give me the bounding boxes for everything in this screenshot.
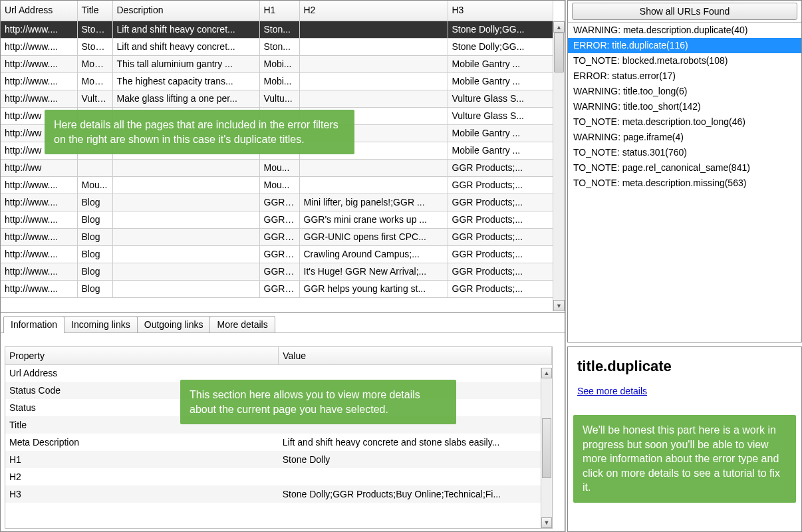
table-cell [112,176,259,194]
table-row[interactable]: H2 [5,468,552,485]
filter-item[interactable]: TO_NOTE: meta.description.too_long(46) [568,114,801,130]
property-value: Stone Dolly;GGR Products;Buy Online;Tech… [279,485,552,503]
table-row[interactable]: H3Stone Dolly;GGR Products;Buy Online;Te… [5,485,552,503]
table-cell: Ston... [77,38,112,55]
error-detail-panel: title.duplicate See more details We'll b… [567,346,802,532]
table-cell [299,72,448,90]
properties-scrollbar[interactable]: ▲ ▼ [541,368,552,528]
table-cell: Mobile Gantry ... [448,55,553,72]
filter-item[interactable]: ERROR: title.duplicate(116) [568,38,801,53]
table-cell: Vultu... [259,90,299,107]
table-cell [112,245,259,263]
table-cell: This tall aluminium gantry ... [112,55,259,72]
table-cell: http://www.... [1,245,77,263]
table-cell: GGR Products;... [448,194,553,211]
filter-item[interactable]: TO_NOTE: blocked.meta.robots(108) [568,53,801,68]
column-header[interactable]: Value [279,347,552,364]
table-cell [77,159,112,176]
property-name: H1 [5,451,279,468]
table-cell: GGR Products;... [448,176,553,194]
column-header[interactable]: Title [77,1,112,21]
filter-item[interactable]: WARNING: title.too_short(142) [568,99,801,114]
table-row[interactable]: http://www....Mobi...The highest capacit… [1,72,553,90]
table-row[interactable]: http://www....BlogGGR ...Crawling Around… [1,245,553,263]
table-row[interactable]: http://www....BlogGGR ...Mini lifter, bi… [1,194,553,211]
filter-item[interactable]: TO_NOTE: meta.description.missing(563) [568,176,801,191]
filter-item[interactable]: WARNING: title.too_long(6) [568,84,801,99]
table-row[interactable]: http://www....Mou...Mou...GGR Products;.… [1,176,553,194]
table-row[interactable]: http://www....BlogGGR ...GGR helps young… [1,280,553,297]
url-table-container: Url AddressTitleDescriptionH1H2H3 http:/… [0,0,565,313]
scroll-up-arrow-icon[interactable]: ▲ [541,368,552,378]
table-cell: Mobile Gantry ... [448,124,553,142]
column-header[interactable]: H2 [299,1,448,21]
table-cell: Lift and shift heavy concret... [112,38,259,55]
table-row[interactable]: Meta DescriptionLift and shift heavy con… [5,434,552,451]
see-more-details-link[interactable]: See more details [577,386,647,396]
table-cell: Mobi... [77,72,112,90]
column-header[interactable]: Url Address [1,1,77,21]
tab-more-details[interactable]: More details [209,316,275,333]
scroll-up-arrow-icon[interactable]: ▲ [553,21,565,33]
table-cell: The highest capacity trans... [112,72,259,90]
table-cell: Mou... [77,176,112,194]
table-cell: http://www.... [1,228,77,245]
table-cell [112,280,259,297]
scroll-down-arrow-icon[interactable]: ▼ [541,517,552,528]
table-row[interactable]: H1Stone Dolly [5,451,552,468]
url-table-scrollbar[interactable]: ▲ ▼ [553,21,565,311]
table-row[interactable]: http://www....BlogGGR ...GGR-UNIC opens … [1,228,553,245]
table-cell [112,194,259,211]
filter-item[interactable]: TO_NOTE: page.rel_canonical_same(841) [568,160,801,176]
tab-outgoing-links[interactable]: Outgoing links [137,316,211,333]
table-row[interactable]: http://www....Mobi...This tall aluminium… [1,55,553,72]
table-row[interactable]: http://www....BlogGGR ...It's Huge! GGR … [1,263,553,280]
table-cell: Mou... [259,159,299,176]
app: Url AddressTitleDescriptionH1H2H3 http:/… [0,0,802,532]
scroll-thumb[interactable] [554,33,564,72]
tab-information[interactable]: Information [3,316,65,333]
table-cell: GGR Products;... [448,211,553,228]
table-cell [299,159,448,176]
error-detail-title: title.duplicate [577,358,792,375]
table-cell: Blog [77,280,112,297]
column-header[interactable]: Property [5,347,279,364]
table-row[interactable]: http://www....Ston...Lift and shift heav… [1,38,553,55]
table-row[interactable]: http://www....Vultu...Make glass lifting… [1,90,553,107]
table-cell: GGR ... [259,245,299,263]
column-header[interactable]: Description [112,1,259,21]
details-panel: InformationIncoming linksOutgoing linksM… [0,313,565,532]
filter-item[interactable]: WARNING: page.iframe(4) [568,130,801,145]
table-cell: Blog [77,211,112,228]
table-cell: GGR ... [259,228,299,245]
table-cell: Vulture Glass S... [448,107,553,124]
table-cell: GGR-UNIC opens first CPC... [299,228,448,245]
table-row[interactable]: http://www....Ston...Lift and shift heav… [1,21,553,38]
table-cell [299,55,448,72]
table-cell: GGR ... [259,280,299,297]
scroll-thumb[interactable] [542,418,551,478]
table-cell: GGR helps young karting st... [299,280,448,297]
property-name: H2 [5,468,279,485]
table-cell: Lift and shift heavy concret... [112,21,259,38]
scroll-down-arrow-icon[interactable]: ▼ [553,300,565,311]
table-cell: http://www.... [1,21,77,38]
tab-incoming-links[interactable]: Incoming links [64,316,138,333]
table-cell: Mini lifter, big panels!;GGR ... [299,194,448,211]
column-header[interactable]: H1 [259,1,299,21]
table-cell: GGR Products;... [448,280,553,297]
column-header[interactable]: H3 [448,1,553,21]
filter-item[interactable]: WARNING: meta.description.duplicate(40) [568,23,801,38]
show-all-urls-button[interactable]: Show all URLs Found [572,3,797,20]
table-cell: Stone Dolly;GG... [448,38,553,55]
callout-details-section: This section here allows you to view mor… [180,380,456,424]
filter-item[interactable]: ERROR: status.error(17) [568,68,801,84]
table-cell [112,159,259,176]
table-row[interactable]: http://www....BlogGGR ...GGR's mini cran… [1,211,553,228]
table-cell: Blog [77,228,112,245]
filter-item[interactable]: TO_NOTE: status.301(760) [568,145,801,160]
table-cell: Mobile Gantry ... [448,142,553,159]
property-value: Lift and shift heavy concrete and stone … [279,434,552,451]
url-table-header-row: Url AddressTitleDescriptionH1H2H3 [1,1,553,21]
table-row[interactable]: http://wwMou...GGR Products;... [1,159,553,176]
